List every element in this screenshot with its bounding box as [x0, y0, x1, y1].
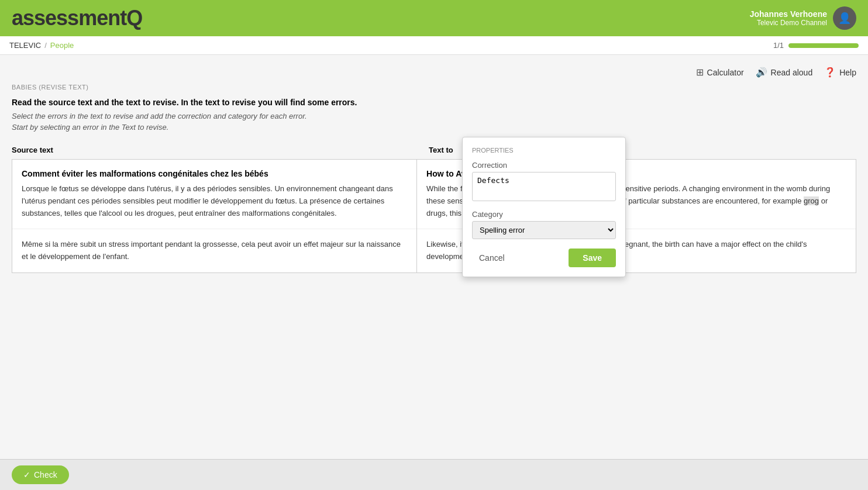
avatar[interactable]: 👤: [833, 6, 856, 30]
column-headers: Source text Text to: [12, 141, 856, 159]
calculator-icon: ⊞: [696, 67, 704, 78]
source-block-1: Comment éviter les malformations congéni…: [12, 160, 416, 229]
source-block-2: Même si la mère subit un stress importan…: [12, 229, 416, 272]
breadcrumb-separator: /: [44, 41, 47, 50]
popup-title: PROPERTIES: [472, 147, 616, 154]
source-column: Comment éviter les malformations congéni…: [12, 159, 417, 273]
calculator-label: Calculator: [707, 68, 744, 77]
app-header: assessmentQ Johannes Verhoene Televic De…: [0, 0, 868, 36]
source-body-2: Même si la mère subit un stress importan…: [22, 239, 407, 263]
breadcrumb-org[interactable]: TELEVIC: [9, 41, 41, 50]
help-button[interactable]: ❓ Help: [824, 67, 856, 78]
sub-instruction-1: Select the errors in the text to revise …: [12, 112, 856, 120]
check-button[interactable]: ✓ Check: [12, 465, 69, 484]
main-instruction: Read the source text and the text to rev…: [12, 98, 856, 107]
correction-input[interactable]: Defects: [472, 172, 616, 201]
correction-label: Correction: [472, 161, 616, 170]
progress-bar: [788, 43, 859, 48]
app-logo: assessmentQ: [12, 6, 142, 30]
help-icon: ❓: [824, 67, 836, 78]
properties-popup: PROPERTIES Correction Defects Category S…: [462, 137, 626, 277]
read-aloud-button[interactable]: 🔊 Read aloud: [756, 67, 813, 78]
check-icon: ✓: [23, 470, 30, 479]
cancel-button[interactable]: Cancel: [472, 250, 512, 266]
user-name-block: Johannes Verhoene Televic Demo Channel: [750, 9, 827, 27]
question-label: BABIES (REVISE TEXT): [12, 84, 856, 91]
toolbar: ⊞ Calculator 🔊 Read aloud ❓ Help: [12, 67, 856, 78]
breadcrumb-bar: TELEVIC / People 1/1: [0, 36, 868, 55]
instructions: Read the source text and the text to rev…: [12, 98, 856, 132]
save-button[interactable]: Save: [569, 249, 616, 267]
source-title-1: Comment éviter les malformations congéni…: [22, 169, 407, 178]
sub-instruction-2: Start by selecting an error in the Text …: [12, 123, 856, 132]
popup-buttons: Cancel Save: [472, 249, 616, 267]
calculator-button[interactable]: ⊞ Calculator: [696, 67, 744, 78]
source-col-header: Source text: [12, 141, 417, 159]
user-info: Johannes Verhoene Televic Demo Channel 👤: [750, 6, 856, 30]
progress-text: 1/1: [773, 41, 784, 50]
user-full-name: Johannes Verhoene: [750, 9, 827, 19]
user-channel: Televic Demo Channel: [750, 19, 827, 27]
text-table: Comment éviter les malformations congéni…: [12, 159, 856, 273]
progress-fill: [788, 43, 859, 48]
help-label: Help: [839, 68, 856, 77]
progress-wrapper: 1/1: [773, 41, 859, 50]
source-body-1: Lorsque le fœtus se développe dans l'uté…: [22, 183, 407, 219]
category-label: Category: [472, 210, 616, 219]
bottom-bar: ✓ Check: [0, 459, 868, 490]
breadcrumb: TELEVIC / People: [9, 41, 74, 50]
read-aloud-label: Read aloud: [771, 68, 813, 77]
main-content: ⊞ Calculator 🔊 Read aloud ❓ Help BABIES …: [0, 55, 868, 285]
read-aloud-icon: 🔊: [756, 67, 767, 78]
category-select[interactable]: Spelling error Grammar error Style error…: [472, 221, 616, 239]
check-label: Check: [34, 470, 57, 479]
breadcrumb-people[interactable]: People: [50, 41, 74, 50]
